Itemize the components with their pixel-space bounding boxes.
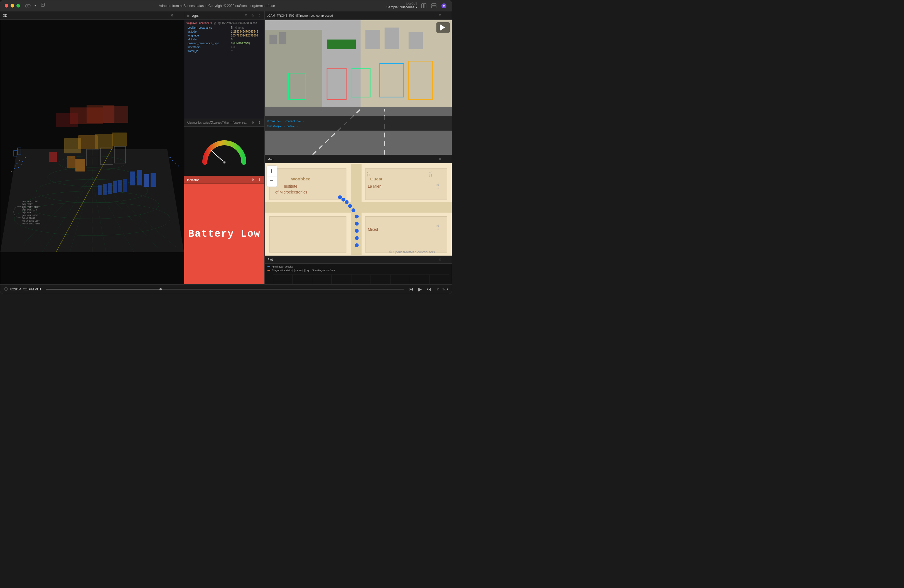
gps-field-4: position_covariance_type 0 (UNKNOWN) [186,42,262,45]
panel-map: Map ⚙ ⋮ [265,155,452,255]
more-icon[interactable]: ⋮ [257,13,262,18]
svg-rect-43 [113,181,117,193]
cam-header: /CAM_FRONT_RIGHT/image_rect_compressed ⚙… [265,11,452,20]
play-controls: ⏮ ▶ ⏭ [409,287,431,291]
gear-icon[interactable]: ⚙ [244,13,248,18]
legend-color-diag [267,270,270,270]
svg-text:Guest: Guest [370,177,382,182]
title-bar: ▾ Adapted from nuScenes dataset. Copyrig… [0,0,452,11]
playback-track[interactable] [46,289,405,289]
svg-rect-60 [150,173,156,187]
svg-text:RADAR BACK LEFT: RADAR BACK LEFT [22,220,40,222]
gauge-topic-title: /diagnostics.status[0].values[:]{key=="b… [187,121,247,124]
gear-icon[interactable]: ⚙ [438,13,442,18]
title-right: LAYOUT Sample: Nuscenes ▾ [386,2,447,9]
svg-rect-45 [123,179,126,192]
svg-rect-61 [49,152,57,162]
panel-split-icon[interactable] [431,3,437,9]
panel-3d: 3D ⚙ ⋮ [0,11,184,284]
record-icon[interactable]: ⊘ [436,287,440,291]
svg-text:🍴: 🍴 [365,172,371,177]
svg-point-31 [18,167,19,168]
more-icon[interactable]: ⋮ [444,257,449,262]
svg-point-118 [355,229,359,233]
plot-title: Plot [267,258,273,261]
svg-rect-51 [64,138,81,153]
svg-point-25 [15,166,16,166]
gps-field-3: altitude 0 [186,38,262,41]
time-display: 8:28:54.721 PM PDT [10,287,41,291]
plot-header: Plot ⚙ ⋮ [265,256,452,264]
indicator-body: Battery Low [184,184,264,284]
gps-nav-icon[interactable]: ▶ [187,13,190,18]
speed-value: 1x [442,288,446,291]
svg-point-29 [28,159,28,160]
svg-rect-83 [385,28,399,49]
app-menu[interactable]: ▾ [35,4,36,8]
timeline-bar: ⓘ 8:28:54.721 PM PDT ⏮ ▶ ⏭ ⊘ 1x ▾ [0,284,452,294]
legend-item-1: /diagnostics.status[:].values[:]{key=="t… [267,269,449,272]
svg-text:🍴: 🍴 [428,172,434,177]
gear-icon[interactable]: ⚙ [438,157,442,161]
more-icon[interactable]: ⋮ [177,13,181,18]
svg-rect-5 [432,4,436,6]
svg-rect-102 [269,169,346,200]
maximize-button[interactable] [16,4,20,8]
svg-point-117 [355,236,359,240]
svg-rect-104 [269,217,346,253]
gps-actions: ⚙ ⧉ ⋮ [244,13,262,18]
svg-text:Woobbee: Woobbee [291,177,311,182]
app-window: ▾ Adapted from nuScenes dataset. Copyrig… [0,0,452,294]
svg-rect-79 [269,35,277,44]
play-button[interactable]: ▶ [418,287,422,291]
svg-text:CAM FRONT: CAM FRONT [22,203,33,205]
close-button[interactable] [5,4,8,8]
svg-point-28 [25,157,26,158]
playback-progress [46,289,161,289]
svg-point-32 [11,171,12,172]
minimize-button[interactable] [11,4,14,8]
gps-field-1: latitude 1.2983846470043543 [186,30,262,33]
gear-icon[interactable]: ⚙ [250,178,255,182]
3d-scene[interactable]: CAM FRONT LEFT CAM FRONT CAM FRONT RIGHT… [0,20,184,284]
more-icon[interactable]: ⋮ [444,157,449,161]
more-icon[interactable]: ⋮ [257,178,262,182]
svg-point-36 [169,157,171,158]
panel-layout-icon[interactable] [420,3,427,9]
gauge-header: /diagnostics.status[0].values[:]{key=="b… [184,119,264,126]
panel-cam: /CAM_FRONT_RIGHT/image_rect_compressed ⚙… [265,11,452,155]
gps-content: foxglove.LocationFix @ @ 1532402934.6965… [184,20,264,119]
playback-thumb[interactable] [160,288,162,290]
foxglove-icon[interactable] [441,3,447,9]
skip-forward-icon[interactable]: ⏭ [427,287,431,291]
skip-back-icon[interactable]: ⏮ [409,287,413,291]
gear-icon[interactable]: ⚙ [250,120,255,125]
map-actions: ⚙ ⋮ [438,157,449,161]
gps-title-row: ▶ /gps [187,13,199,18]
share-icon[interactable] [41,3,47,9]
traffic-lights: ▾ [5,3,47,9]
gps-field-6: frame_id "" [186,49,262,53]
svg-point-34 [172,160,174,161]
gear-icon[interactable]: ⚙ [438,257,442,262]
svg-rect-41 [103,184,107,194]
map-view[interactable]: Woobbee Institute of Microelectronics Gu… [265,163,452,255]
layout-sample[interactable]: Sample: Nuscenes ▾ [386,5,417,9]
svg-rect-57 [130,172,135,185]
svg-rect-6 [432,6,436,8]
more-icon[interactable]: ⋮ [444,13,449,18]
svg-point-116 [355,243,359,247]
svg-text:RADAR FRONT: RADAR FRONT [22,217,35,220]
gps-header: ▶ /gps ⚙ ⧉ ⋮ [184,11,264,20]
svg-text:La Mien: La Mien [368,185,381,189]
panel-indicator: Indicator ⚙ ⋮ Battery Low [184,175,264,284]
info-icon[interactable]: ⓘ [4,287,8,291]
legend-color-imu [267,266,270,267]
svg-rect-62 [76,159,85,172]
svg-rect-52 [95,134,113,149]
more-icon[interactable]: ⋮ [257,120,262,125]
speed-control[interactable]: 1x ▾ [442,287,448,291]
svg-rect-84 [409,32,423,49]
copy-icon[interactable]: ⧉ [250,13,255,18]
gear-icon[interactable]: ⚙ [170,13,174,18]
